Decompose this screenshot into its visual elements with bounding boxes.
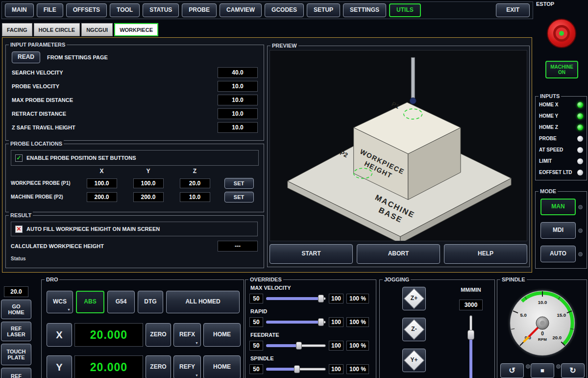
y-home-button[interactable]: HOME [203,355,241,378]
autofill-checkbox[interactable]: ✕ [15,226,23,233]
slider-handle[interactable] [318,295,324,302]
nav-item-utils[interactable]: UTILS [389,3,421,17]
touch-plate-button[interactable]: TOUCH PLATE [1,344,31,365]
nav-item-offsets[interactable]: OFFSETS [66,3,107,17]
jog-z-plus-label: Z+ [403,287,425,310]
dtg-button[interactable]: DTG [138,291,163,313]
enable-probe-set-checkbox[interactable]: ✓ [15,154,23,162]
max-velocity-slider[interactable] [266,294,326,303]
spindle-forward-led [556,364,561,369]
p2-row-label: MACHINE PROBE (P2) [11,194,78,200]
tab-hole-circle[interactable]: HOLE CIRCLE [34,23,80,36]
g54-button[interactable]: G54 [107,291,135,313]
eoffset-ltd-led [577,170,583,176]
jog-rate-value[interactable]: 3000 [459,300,483,310]
p2-x-value[interactable]: 200.0 [87,192,117,202]
jog-unit-label: MM/MIN [453,287,489,293]
ref-laser-button[interactable]: REF LASER [1,322,31,341]
jog-y-plus-button[interactable]: Y+ [402,349,426,372]
nav-item-camview[interactable]: CAMVIEW [220,3,262,17]
slider-handle[interactable] [294,365,300,373]
p1-y-value[interactable]: 100.0 [133,178,164,188]
input-label: LIMIT [539,158,552,164]
tab-facing[interactable]: FACING [2,23,32,36]
x-zero-button[interactable]: ZERO [146,323,171,347]
result-group: RESULT ✕ AUTO FILL WORKPIECE HEIGHT ON M… [5,215,264,268]
slider-handle[interactable] [318,318,324,326]
go-home-button[interactable]: GO HOME [1,300,31,319]
slider-handle[interactable] [296,342,302,350]
y-ref-button[interactable]: REFY ▼ [173,355,201,378]
ref-button[interactable]: REF [1,368,31,378]
probe-velocity-value[interactable]: 10.0 [218,81,258,92]
tab-ngcgui[interactable]: NGCGUI [81,23,113,36]
utility-tabs: FACING HOLE CIRCLE NGCGUI WORKPIECE [2,23,158,36]
max-velocity-label: MAX VELOCITY [250,285,291,291]
jog-z-plus-button[interactable]: Z+ [402,287,426,310]
feedrate-slider[interactable] [266,341,326,350]
start-button[interactable]: START [270,244,353,264]
machine-on-button[interactable]: MACHINE ON [545,61,578,78]
tab-workpiece[interactable]: WORKPIECE [114,23,158,36]
nav-item-file[interactable]: FILE [37,3,63,17]
p1-x-value[interactable]: 100.0 [87,178,117,188]
nav-item-gcodes[interactable]: GCODES [265,3,304,17]
abort-button[interactable]: ABORT [357,244,440,264]
input-indicator-row: HOME Z [536,122,587,133]
nav-item-tool[interactable]: TOOL [110,3,140,17]
home-x-led [577,102,583,108]
nav-item-status[interactable]: STATUS [143,3,179,17]
jog-rate-slider[interactable] [467,315,474,378]
spindle-ovr-slider[interactable] [266,365,326,374]
spindle-stop-button[interactable]: ■ [531,363,554,378]
abs-button[interactable]: ABS [76,291,104,313]
x-ref-button[interactable]: REFX ▼ [173,323,201,347]
p1-set-button[interactable]: SET [224,178,254,189]
mode-auto-button[interactable]: AUTO [540,246,576,262]
y-axis-button[interactable]: Y [47,355,72,378]
jog-z-minus-button[interactable]: Z- [402,318,426,341]
spindle-group: SPINDLE [497,279,587,378]
max-probe-distance-value[interactable]: 10.0 [218,95,258,105]
nav-item-main[interactable]: MAIN [5,3,34,17]
mode-man-button[interactable]: MAN [540,199,576,215]
slider-handle[interactable] [467,330,474,340]
read-button[interactable]: READ [12,51,40,63]
rapid-max: 100 [329,317,343,327]
x-axis-dro-display: 20.000 [74,323,143,347]
exit-button[interactable]: EXIT [496,3,530,17]
limit-led [577,158,583,164]
input-label: EOFFSET LTD [539,170,572,175]
wcs-button[interactable]: WCS ▼ [47,291,73,313]
p1-row-label: WORKPIECE PROBE (P1) [11,180,78,186]
input-indicator-row: LIMIT [536,155,587,167]
search-velocity-value[interactable]: 40.0 [218,67,258,78]
nav-item-settings[interactable]: SETTINGS [343,3,386,17]
rapid-slider[interactable] [266,318,326,327]
home-z-led [577,125,583,130]
nav-item-setup[interactable]: SETUP [307,3,340,17]
estop-button[interactable] [547,19,576,48]
x-axis-button[interactable]: X [47,323,72,347]
p1-z-value[interactable]: 20.0 [180,178,210,188]
estop-icon [553,25,570,42]
y-zero-button[interactable]: ZERO [146,355,171,378]
z-safe-travel-value[interactable]: 10.0 [218,122,258,133]
mode-mdi-led [578,228,583,233]
dro-title: DRO [45,276,59,283]
x-home-button[interactable]: HOME [203,323,241,347]
touch-height-value[interactable]: 20.0 [4,286,28,297]
spindle-reverse-button[interactable]: ↺ [500,363,524,378]
p2-y-value[interactable]: 200.0 [133,192,164,202]
all-homed-button[interactable]: ALL HOMED [166,291,240,313]
p2-set-button[interactable]: SET [224,192,254,202]
preview-group: PREVIEW [267,46,530,267]
feedrate-min: 50 [249,341,263,351]
nav-item-probe[interactable]: PROBE [182,3,217,17]
p2-z-value[interactable]: 10.0 [180,192,210,202]
help-button[interactable]: HELP [444,244,527,264]
enable-probe-set-label: ENABLE PROBE POSITION SET BUTTONS [26,155,136,161]
mode-mdi-button[interactable]: MDI [540,222,576,239]
spindle-forward-button[interactable]: ↻ [561,363,585,378]
retract-distance-value[interactable]: 10.0 [218,108,258,119]
